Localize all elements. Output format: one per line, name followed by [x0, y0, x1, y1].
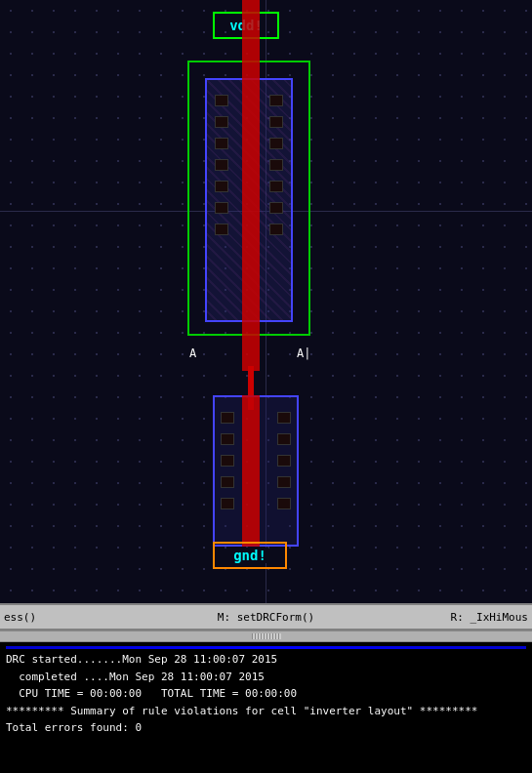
status-bar: ess() M: setDRCForm() R: _IxHiMous — [0, 603, 532, 631]
gnd-label: gnd! — [231, 548, 268, 563]
contact-square — [215, 202, 228, 214]
contact-square — [221, 455, 234, 467]
gnd-box: gnd! — [213, 542, 287, 569]
log-line-5: Total errors found: 0 — [6, 719, 526, 737]
status-left: ess() — [0, 611, 179, 624]
circuit-elements: vdd! — [0, 0, 532, 603]
scroll-divider[interactable] — [0, 631, 532, 642]
layout-canvas[interactable]: vdd! — [0, 0, 532, 603]
contact-square — [269, 181, 283, 192]
contact-square — [221, 412, 234, 424]
contact-square — [277, 498, 291, 509]
poly-gate-top — [242, 0, 260, 371]
contact-square — [269, 159, 283, 171]
status-right: R: _IxHiMous — [353, 611, 532, 624]
log-separator — [6, 646, 526, 649]
log-line-4: ********* Summary of rule violations for… — [6, 703, 526, 720]
contact-square — [269, 138, 283, 149]
log-line-2: completed ....Mon Sep 28 11:00:07 2015 — [6, 669, 526, 686]
contact-square — [215, 181, 228, 192]
log-area: DRC started.......Mon Sep 28 11:00:07 20… — [0, 642, 532, 773]
contact-square — [277, 433, 291, 445]
contact-square — [269, 95, 283, 106]
contact-square — [221, 498, 234, 509]
status-mid: M: setDRCForm() — [179, 611, 353, 624]
contact-square — [269, 116, 283, 128]
poly-gate-nmos — [242, 395, 260, 547]
contact-square — [215, 95, 228, 106]
log-line-1: DRC started.......Mon Sep 28 11:00:07 20… — [6, 651, 526, 669]
contact-square — [215, 224, 228, 235]
contact-square — [221, 433, 234, 445]
contact-square — [269, 224, 283, 235]
contact-square — [221, 476, 234, 488]
contact-square — [277, 412, 291, 424]
label-a-right: A| — [297, 346, 310, 360]
scroll-grip[interactable] — [252, 633, 281, 639]
contact-square — [215, 116, 228, 128]
contact-square — [215, 138, 228, 149]
label-a-left: A — [189, 346, 196, 360]
contact-square — [277, 476, 291, 488]
log-line-3: CPU TIME = 00:00:00 TOTAL TIME = 00:00:0… — [6, 685, 526, 703]
contact-square — [269, 202, 283, 214]
contact-square — [215, 159, 228, 171]
contact-square — [277, 455, 291, 467]
